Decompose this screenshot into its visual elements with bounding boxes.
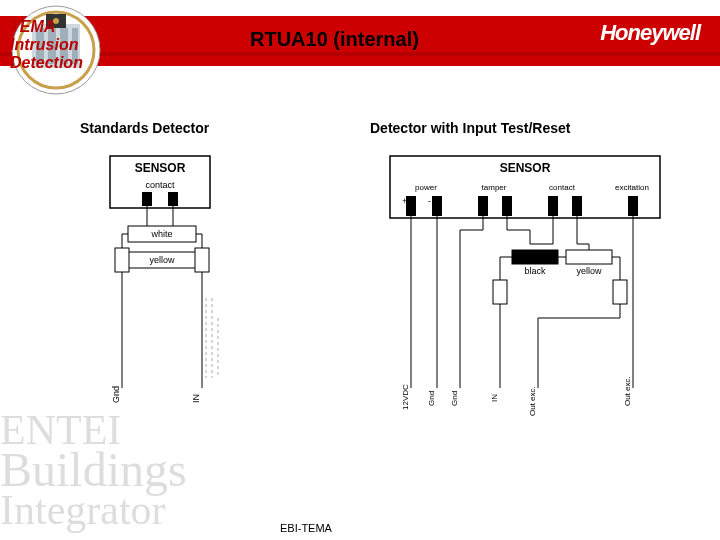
watermark: ENTEI Buildings Integrator xyxy=(0,410,187,530)
wm-line2: Buildings xyxy=(0,450,187,490)
badge-line2: Intrusion xyxy=(10,36,83,54)
right-subtitle: Detector with Input Test/Reset xyxy=(370,120,690,136)
svg-rect-36 xyxy=(548,196,558,216)
svg-rect-38 xyxy=(628,196,638,216)
badge-line3: Detection xyxy=(10,54,83,72)
term-excitation: excitation xyxy=(615,183,649,192)
term-tamper: tamper xyxy=(482,183,507,192)
wire-white: white xyxy=(150,229,172,239)
svg-rect-51 xyxy=(512,250,558,264)
sensor-label: SENSOR xyxy=(135,161,186,175)
wire-black: black xyxy=(524,266,546,276)
b-outexc: Out exc. xyxy=(528,386,537,416)
slide: Honeywell TEMA Intrusion Detection RTUA1… xyxy=(0,0,720,540)
footer-text: EBI-TEMA xyxy=(280,522,332,534)
brand-logo: Honeywell xyxy=(600,20,700,46)
svg-rect-52 xyxy=(566,250,612,264)
svg-text:-: - xyxy=(428,196,431,206)
b-in: IN xyxy=(490,394,499,402)
right-diagram: SENSOR power tamper contact excitation +… xyxy=(370,148,680,448)
svg-text:+: + xyxy=(402,196,407,206)
right-column: Detector with Input Test/Reset SENSOR po… xyxy=(370,120,690,452)
svg-rect-23 xyxy=(195,248,209,272)
badge-text: TEMA Intrusion Detection xyxy=(10,18,83,72)
tema-badge: TEMA Intrusion Detection xyxy=(0,0,120,95)
wm-line3: Integrator xyxy=(0,490,187,530)
svg-rect-34 xyxy=(478,196,488,216)
left-diagram: SENSOR contact white yellow xyxy=(80,148,260,448)
b-12vdc: 12VDC xyxy=(401,384,410,410)
b-gnd2: Gnd xyxy=(450,391,459,406)
sensor-label-r: SENSOR xyxy=(500,161,551,175)
badge-line1: TEMA xyxy=(10,18,83,36)
b-gnd1: Gnd xyxy=(427,391,436,406)
bottom-in: IN xyxy=(191,394,201,403)
svg-rect-37 xyxy=(572,196,582,216)
terminal-contact: contact xyxy=(145,180,175,190)
slide-title: RTUA10 (internal) xyxy=(250,28,419,51)
svg-rect-61 xyxy=(613,280,627,304)
svg-rect-11 xyxy=(168,192,178,206)
svg-rect-22 xyxy=(115,248,129,272)
term-contact: contact xyxy=(549,183,576,192)
b-outexc2: Out exc. xyxy=(623,376,632,406)
svg-rect-60 xyxy=(493,280,507,304)
svg-rect-10 xyxy=(142,192,152,206)
left-subtitle: Standards Detector xyxy=(80,120,340,136)
left-column: Standards Detector SENSOR contact white … xyxy=(80,120,340,452)
bottom-gnd: Gnd xyxy=(111,386,121,403)
svg-rect-32 xyxy=(432,196,442,216)
svg-rect-35 xyxy=(502,196,512,216)
svg-rect-30 xyxy=(406,196,416,216)
wire-yellow: yellow xyxy=(149,255,175,265)
term-power: power xyxy=(415,183,437,192)
wire-yellow-r: yellow xyxy=(576,266,602,276)
